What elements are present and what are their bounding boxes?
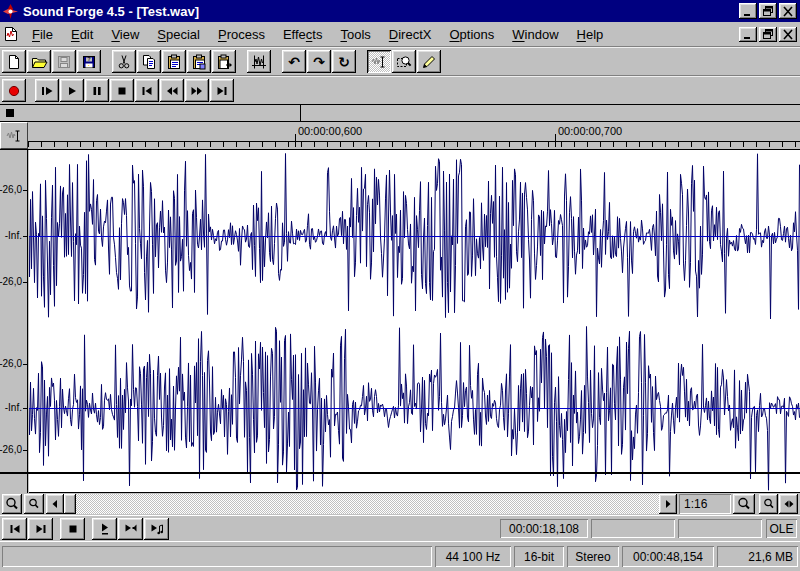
- play-button[interactable]: [60, 79, 84, 102]
- svg-text:?: ?: [87, 56, 90, 62]
- scroll-left-arrow-icon[interactable]: [46, 494, 64, 514]
- repeat-button[interactable]: ↻: [332, 50, 356, 73]
- pause-button[interactable]: [85, 79, 109, 102]
- zoom-selection-button[interactable]: [759, 494, 778, 514]
- open-folder-icon: [31, 54, 48, 70]
- waveform-channel-left[interactable]: [29, 150, 800, 322]
- menu-bar: FileEditViewSpecialProcessEffectsToolsDi…: [0, 22, 800, 47]
- db-tick: [23, 236, 27, 237]
- play-sample-button[interactable]: [144, 518, 169, 540]
- window-title: Sound Forge 4.5 - [Test.wav]: [23, 4, 737, 19]
- ole-badge: OLE: [766, 519, 797, 538]
- pencil-button[interactable]: [417, 50, 441, 73]
- play-all-button[interactable]: [35, 79, 59, 102]
- ruler-time-label: 00:00:00,700: [558, 125, 622, 137]
- go-start-button[interactable]: [2, 518, 27, 540]
- save-as-button[interactable]: ?▪: [77, 50, 101, 73]
- overview-cursor-marker: [300, 105, 301, 121]
- menu-item-options[interactable]: Options: [440, 23, 503, 46]
- repeat-icon: ↻: [338, 53, 350, 71]
- menu-item-process[interactable]: Process: [209, 23, 274, 46]
- stop-button[interactable]: [110, 79, 134, 102]
- new-file-button[interactable]: [2, 50, 26, 73]
- overview-bar[interactable]: [0, 104, 800, 122]
- paste-special-button[interactable]: [187, 50, 211, 73]
- db-label: -26,0: [0, 444, 22, 455]
- horizontal-scrollbar[interactable]: [46, 494, 677, 514]
- total-length-panel: 00:00:48,154: [622, 546, 714, 567]
- forward-button[interactable]: [185, 79, 209, 102]
- scrollbar-thumb[interactable]: [64, 494, 76, 514]
- go-end-button[interactable]: [210, 79, 234, 102]
- file-size-panel: 21,6 MB: [717, 546, 798, 567]
- minimize-button[interactable]: [739, 3, 757, 19]
- play-all-icon: [39, 83, 55, 99]
- go-end-icon: [214, 83, 230, 99]
- mdi-minimize-button[interactable]: [739, 27, 757, 42]
- menu-item-file[interactable]: File: [23, 23, 62, 46]
- redo-icon: ↷: [313, 53, 325, 71]
- db-tick: [23, 408, 27, 409]
- playbar-row: 00:00:18,108 OLE: [0, 515, 800, 541]
- menu-item-window[interactable]: Window: [503, 23, 567, 46]
- restore-button[interactable]: [759, 3, 777, 19]
- bit-depth-panel: 16-bit: [514, 546, 564, 567]
- zoom-out-time-button[interactable]: [2, 494, 22, 514]
- play-device-button[interactable]: [118, 518, 143, 540]
- ruler-minor-ticks: [28, 142, 800, 147]
- edit-tool-corner[interactable]: [0, 122, 28, 149]
- time-ruler[interactable]: 00:00:00,60000:00:00,700: [28, 122, 800, 149]
- overview-view-indicator[interactable]: [6, 109, 14, 117]
- undo-icon: ↶: [288, 53, 300, 71]
- menu-item-special[interactable]: Special: [148, 23, 209, 46]
- menu-item-directx[interactable]: DirectX: [380, 23, 441, 46]
- menu-item-tools[interactable]: Tools: [331, 23, 379, 46]
- save-button[interactable]: [52, 50, 76, 73]
- cut-button[interactable]: [112, 50, 136, 73]
- title-bar: Sound Forge 4.5 - [Test.wav]: [0, 0, 800, 22]
- paste-to-new-button[interactable]: [212, 50, 236, 73]
- edit-tool-icon: [6, 128, 22, 144]
- toolbar-separator: [102, 48, 112, 75]
- save-icon: [56, 54, 72, 70]
- open-folder-button[interactable]: [27, 50, 51, 73]
- play-normal-icon: [97, 521, 113, 537]
- menu-bar-items: FileEditViewSpecialProcessEffectsToolsDi…: [23, 23, 737, 46]
- menu-item-edit[interactable]: Edit: [62, 23, 102, 46]
- record-icon: [6, 83, 22, 99]
- mdi-close-button[interactable]: [779, 27, 797, 42]
- time-ruler-row: 00:00:00,60000:00:00,700: [0, 122, 800, 150]
- scroll-right-arrow-icon[interactable]: [659, 494, 677, 514]
- waveform-channel-right[interactable]: [29, 324, 800, 493]
- status-box-empty-2: [678, 519, 762, 538]
- menu-item-help[interactable]: Help: [568, 23, 613, 46]
- close-button[interactable]: [779, 3, 797, 19]
- magnify-select-button[interactable]: [392, 50, 416, 73]
- level-ruler[interactable]: -26,0 -Inf. -26,0 -26,0 -Inf. -26,0: [0, 150, 28, 493]
- go-start-button[interactable]: [135, 79, 159, 102]
- play-normal-button[interactable]: [92, 518, 117, 540]
- channel-divider[interactable]: [0, 472, 800, 474]
- db-label: -Inf.: [5, 230, 22, 241]
- paste-button[interactable]: [162, 50, 186, 73]
- go-start-icon: [7, 521, 23, 537]
- redo-button[interactable]: ↷: [307, 50, 331, 73]
- go-end-button[interactable]: [28, 518, 53, 540]
- stop-button[interactable]: [60, 518, 85, 540]
- menu-item-effects[interactable]: Effects: [274, 23, 332, 46]
- trim-button[interactable]: [247, 50, 271, 73]
- record-button[interactable]: [2, 79, 26, 102]
- menu-item-view[interactable]: View: [102, 23, 148, 46]
- stop-icon: [65, 521, 81, 537]
- undo-button[interactable]: ↶: [282, 50, 306, 73]
- copy-button[interactable]: [137, 50, 161, 73]
- play-sample-icon: [149, 521, 165, 537]
- zoom-fit-button[interactable]: [779, 494, 798, 514]
- rewind-button[interactable]: [160, 79, 184, 102]
- document-icon[interactable]: [3, 26, 19, 42]
- zoom-in-time-button[interactable]: [24, 494, 44, 514]
- mdi-restore-button[interactable]: [759, 27, 777, 42]
- zoom-normal-button[interactable]: [733, 494, 755, 514]
- db-tick: [23, 282, 27, 283]
- edit-tool-button[interactable]: [367, 50, 391, 73]
